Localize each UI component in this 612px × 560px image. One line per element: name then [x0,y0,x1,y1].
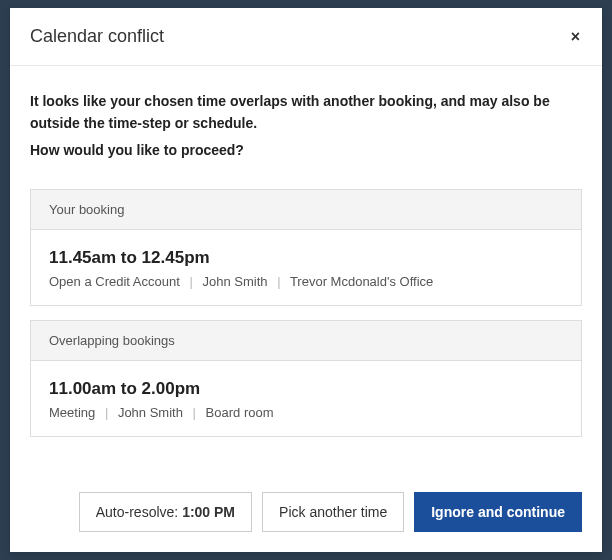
overlapping-booking-location: Board room [206,405,274,420]
modal-footer: Auto-resolve: 1:00 PM Pick another time … [10,492,602,552]
auto-resolve-label: Auto-resolve: [96,504,182,520]
overlapping-booking-time: 11.00am to 2.00pm [49,379,563,399]
overlapping-booking-title: Meeting [49,405,95,420]
modal-title: Calendar conflict [30,26,164,47]
your-booking-location: Trevor Mcdonald's Office [290,274,433,289]
auto-resolve-time: 1:00 PM [182,504,235,520]
your-booking-person: John Smith [202,274,267,289]
separator: | [277,274,280,289]
separator: | [193,405,196,420]
overlapping-booking-content: 11.00am to 2.00pm Meeting | John Smith |… [31,361,581,436]
intro-line-1: It looks like your chosen time overlaps … [30,93,550,131]
auto-resolve-button[interactable]: Auto-resolve: 1:00 PM [79,492,252,532]
your-booking-content: 11.45am to 12.45pm Open a Credit Account… [31,230,581,305]
close-button[interactable]: × [569,29,582,45]
intro-line-2: How would you like to proceed? [30,139,582,161]
modal-body: It looks like your chosen time overlaps … [10,66,602,492]
overlapping-booking-header: Overlapping bookings [31,321,581,361]
your-booking-box: Your booking 11.45am to 12.45pm Open a C… [30,189,582,306]
pick-another-time-button[interactable]: Pick another time [262,492,404,532]
overlapping-booking-person: John Smith [118,405,183,420]
separator: | [189,274,192,289]
calendar-conflict-modal: Calendar conflict × It looks like your c… [10,8,602,552]
your-booking-details: Open a Credit Account | John Smith | Tre… [49,274,563,289]
your-booking-header: Your booking [31,190,581,230]
your-booking-title: Open a Credit Account [49,274,180,289]
intro-text: It looks like your chosen time overlaps … [30,90,582,161]
your-booking-time: 11.45am to 12.45pm [49,248,563,268]
ignore-continue-button[interactable]: Ignore and continue [414,492,582,532]
overlapping-booking-details: Meeting | John Smith | Board room [49,405,563,420]
separator: | [105,405,108,420]
overlapping-booking-box: Overlapping bookings 11.00am to 2.00pm M… [30,320,582,437]
modal-header: Calendar conflict × [10,8,602,66]
